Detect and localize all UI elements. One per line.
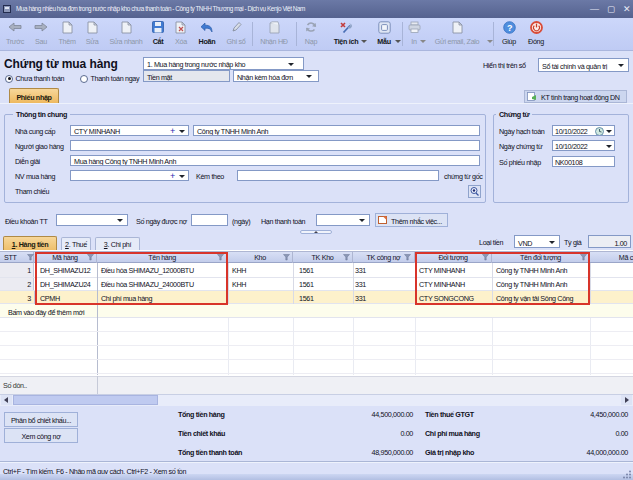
svg-text:?: ?	[506, 22, 511, 32]
